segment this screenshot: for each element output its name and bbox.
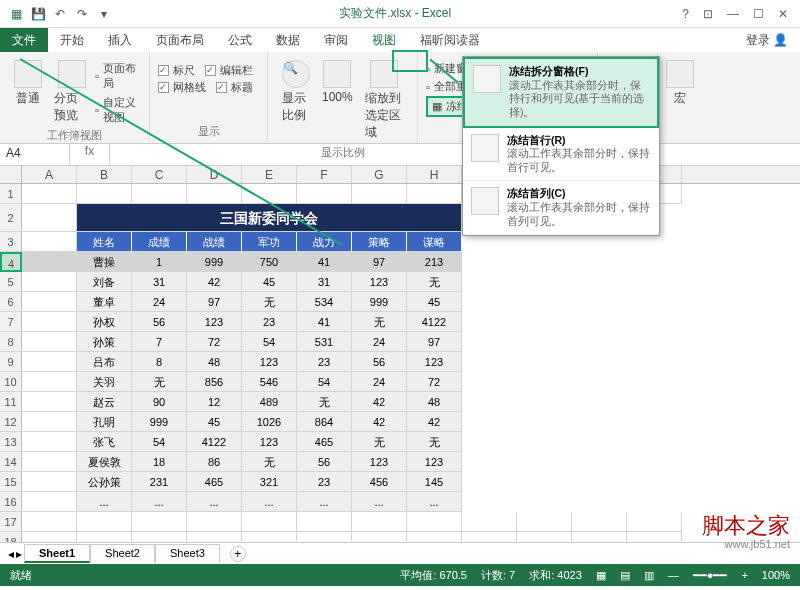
data-cell[interactable]: 8 <box>132 352 187 372</box>
row-header[interactable]: 6 <box>0 292 22 312</box>
row-header[interactable]: 11 <box>0 392 22 412</box>
data-cell[interactable]: 489 <box>242 392 297 412</box>
data-cell[interactable]: 董卓 <box>77 292 132 312</box>
name-box[interactable]: A4 <box>0 144 70 165</box>
tab-review[interactable]: 审阅 <box>312 28 360 52</box>
data-cell[interactable]: 856 <box>187 372 242 392</box>
data-cell[interactable]: 41 <box>297 252 352 272</box>
data-cell[interactable]: 123 <box>352 272 407 292</box>
data-cell[interactable]: 张飞 <box>77 432 132 452</box>
data-cell[interactable]: 123 <box>407 352 462 372</box>
data-cell[interactable]: 曹操 <box>77 252 132 272</box>
row-header[interactable]: 7 <box>0 312 22 332</box>
zoom-selection-button[interactable]: 缩放到选定区域 <box>359 56 409 145</box>
fx-label[interactable]: fx <box>70 144 110 165</box>
data-cell[interactable]: 孙策 <box>77 332 132 352</box>
data-cell[interactable]: ... <box>132 492 187 512</box>
data-cell[interactable]: 24 <box>352 372 407 392</box>
maximize-icon[interactable]: ☐ <box>753 7 764 21</box>
sheet-tab[interactable]: Sheet2 <box>90 544 155 563</box>
data-cell[interactable]: 48 <box>407 392 462 412</box>
col-header[interactable]: A <box>22 166 77 183</box>
zoom-out-icon[interactable]: — <box>668 569 679 581</box>
data-cell[interactable]: 45 <box>187 412 242 432</box>
col-header[interactable]: F <box>297 166 352 183</box>
data-cell[interactable]: 45 <box>407 292 462 312</box>
data-cell[interactable]: ... <box>297 492 352 512</box>
freeze-top-row-option[interactable]: 冻结首行(R)滚动工作表其余部分时，保持首行可见。 <box>463 128 659 182</box>
data-cell[interactable]: 无 <box>407 432 462 452</box>
data-cell[interactable]: 无 <box>242 452 297 472</box>
data-cell[interactable]: 48 <box>187 352 242 372</box>
data-cell[interactable]: 97 <box>407 332 462 352</box>
row-header[interactable]: 16 <box>0 492 22 512</box>
data-cell[interactable]: 54 <box>242 332 297 352</box>
data-cell[interactable]: 750 <box>242 252 297 272</box>
data-cell[interactable]: 关羽 <box>77 372 132 392</box>
redo-icon[interactable]: ↷ <box>74 6 90 22</box>
data-cell[interactable]: 7 <box>132 332 187 352</box>
data-cell[interactable]: 无 <box>407 272 462 292</box>
add-sheet-button[interactable]: + <box>230 546 246 562</box>
data-cell[interactable]: 123 <box>242 352 297 372</box>
data-cell[interactable]: ... <box>187 492 242 512</box>
data-cell[interactable]: 999 <box>132 412 187 432</box>
tab-view[interactable]: 视图 <box>360 28 408 52</box>
qat-more-icon[interactable]: ▾ <box>96 6 112 22</box>
view-normal-icon[interactable]: ▦ <box>596 569 606 582</box>
row-header[interactable]: 9 <box>0 352 22 372</box>
tab-formula[interactable]: 公式 <box>216 28 264 52</box>
row-header[interactable]: 12 <box>0 412 22 432</box>
sheet-nav-prev[interactable]: ▸ <box>16 547 22 561</box>
macro-button[interactable]: 宏 <box>666 56 694 111</box>
data-cell[interactable]: 465 <box>297 432 352 452</box>
close-icon[interactable]: ✕ <box>778 7 788 21</box>
data-cell[interactable]: 无 <box>132 372 187 392</box>
tab-layout[interactable]: 页面布局 <box>144 28 216 52</box>
data-cell[interactable]: 24 <box>352 332 407 352</box>
gridlines-checkbox[interactable]: 网格线 <box>158 79 206 96</box>
data-cell[interactable]: 321 <box>242 472 297 492</box>
col-header[interactable]: B <box>77 166 132 183</box>
data-cell[interactable]: 86 <box>187 452 242 472</box>
data-cell[interactable]: 72 <box>187 332 242 352</box>
select-all-corner[interactable] <box>0 166 22 183</box>
data-cell[interactable]: 1026 <box>242 412 297 432</box>
data-cell[interactable]: 54 <box>297 372 352 392</box>
save-icon[interactable]: 💾 <box>30 6 46 22</box>
freeze-first-col-option[interactable]: 冻结首列(C)滚动工作表其余部分时，保持首列可见。 <box>463 181 659 235</box>
row-header[interactable]: 13 <box>0 432 22 452</box>
data-cell[interactable]: 31 <box>132 272 187 292</box>
data-cell[interactable]: 531 <box>297 332 352 352</box>
row-header[interactable]: 5 <box>0 272 22 292</box>
col-header[interactable]: G <box>352 166 407 183</box>
data-cell[interactable]: 41 <box>297 312 352 332</box>
formula-input[interactable] <box>110 144 800 165</box>
zoom-slider[interactable]: ━━●━━ <box>693 569 728 582</box>
zoom-100-button[interactable]: 100% <box>316 56 359 145</box>
data-cell[interactable]: 31 <box>297 272 352 292</box>
data-cell[interactable]: 123 <box>242 432 297 452</box>
minimize-icon[interactable]: — <box>727 7 739 21</box>
data-cell[interactable]: 97 <box>187 292 242 312</box>
data-cell[interactable]: 213 <box>407 252 462 272</box>
tab-data[interactable]: 数据 <box>264 28 312 52</box>
data-cell[interactable]: 864 <box>297 412 352 432</box>
data-cell[interactable]: 夏侯敦 <box>77 452 132 472</box>
sheet-tab[interactable]: Sheet3 <box>155 544 220 563</box>
view-pagebreak-icon[interactable]: ▥ <box>644 569 654 582</box>
data-cell[interactable]: 无 <box>352 432 407 452</box>
tab-insert[interactable]: 插入 <box>96 28 144 52</box>
ribbon-collapse-icon[interactable]: ⊡ <box>703 7 713 21</box>
data-cell[interactable]: 赵云 <box>77 392 132 412</box>
page-layout-button[interactable]: ▫ 页面布局 <box>95 60 141 92</box>
data-cell[interactable]: 999 <box>187 252 242 272</box>
data-cell[interactable]: 42 <box>407 412 462 432</box>
data-cell[interactable]: 无 <box>352 312 407 332</box>
data-cell[interactable]: 23 <box>242 312 297 332</box>
col-header[interactable]: H <box>407 166 462 183</box>
data-cell[interactable]: 465 <box>187 472 242 492</box>
data-cell[interactable]: 无 <box>242 292 297 312</box>
row-header[interactable]: 8 <box>0 332 22 352</box>
col-header[interactable]: E <box>242 166 297 183</box>
